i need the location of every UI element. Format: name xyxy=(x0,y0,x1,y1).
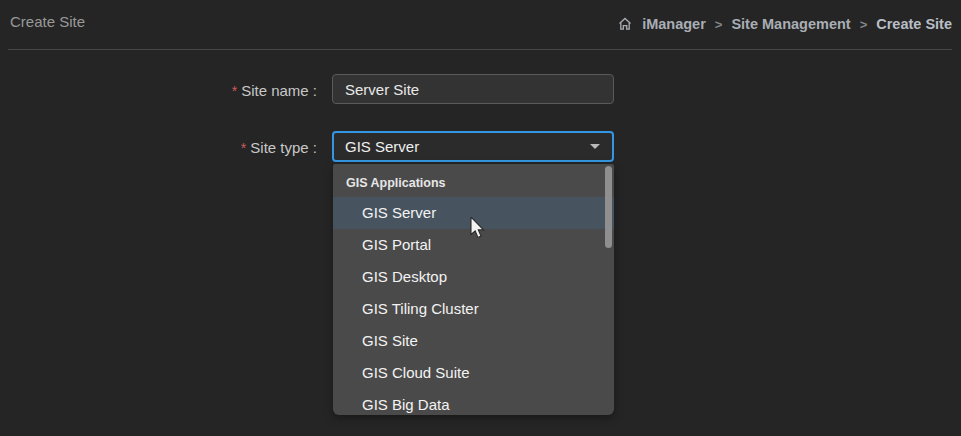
site-name-label: *Site name : xyxy=(0,82,317,99)
dropdown-option-gis-big-data[interactable]: GIS Big Data xyxy=(333,389,614,415)
header-divider xyxy=(8,49,952,50)
dropdown-option-gis-portal[interactable]: GIS Portal xyxy=(333,229,614,261)
dropdown-option-gis-server[interactable]: GIS Server xyxy=(333,197,614,229)
breadcrumb: iManager > Site Management > Create Site xyxy=(617,16,952,32)
breadcrumb-site-management[interactable]: Site Management xyxy=(731,16,850,32)
dropdown-option-gis-cloud-suite[interactable]: GIS Cloud Suite xyxy=(333,357,614,389)
site-type-label: *Site type : xyxy=(0,139,317,156)
required-asterisk: * xyxy=(241,140,246,156)
breadcrumb-separator: > xyxy=(860,17,868,32)
breadcrumb-imanager[interactable]: iManager xyxy=(642,16,706,32)
site-type-select[interactable]: GIS Server xyxy=(332,131,614,162)
required-asterisk: * xyxy=(232,83,237,99)
chevron-down-icon xyxy=(590,144,600,149)
dropdown-option-gis-tiling-cluster[interactable]: GIS Tiling Cluster xyxy=(333,293,614,325)
breadcrumb-create-site: Create Site xyxy=(876,16,952,32)
dropdown-group-label: GIS Applications xyxy=(333,164,614,197)
site-type-selected-value: GIS Server xyxy=(334,138,590,155)
dropdown-option-gis-desktop[interactable]: GIS Desktop xyxy=(333,261,614,293)
dropdown-scrollbar-thumb[interactable] xyxy=(605,166,612,248)
site-name-input[interactable] xyxy=(332,74,614,104)
home-icon[interactable] xyxy=(617,16,633,32)
breadcrumb-separator: > xyxy=(715,17,723,32)
site-type-dropdown: GIS Applications GIS Server GIS Portal G… xyxy=(333,164,614,415)
page-title: Create Site xyxy=(10,13,85,30)
dropdown-option-gis-site[interactable]: GIS Site xyxy=(333,325,614,357)
